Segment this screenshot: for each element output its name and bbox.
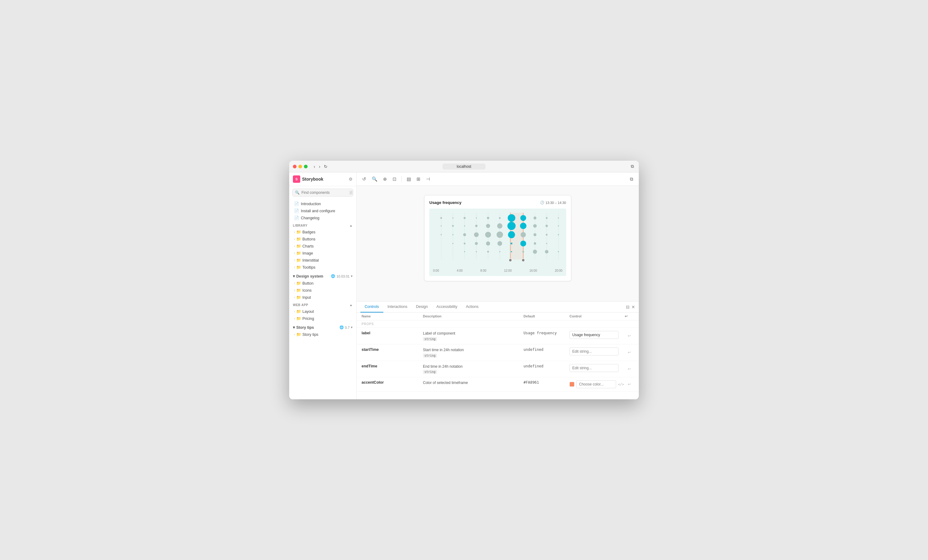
control-row-accentcolor: accentColor Color of selected timeframe … bbox=[357, 377, 639, 392]
controls-table: Name Description Default Control ↩ PROPS… bbox=[357, 313, 639, 399]
svg-point-36 bbox=[441, 234, 442, 235]
folder-icon: 📁 bbox=[296, 309, 301, 314]
folder-icon: 📁 bbox=[296, 251, 301, 255]
controls-tabs: Controls Interactions Design Accessibili… bbox=[357, 302, 639, 313]
zoom-out-button[interactable]: 🔍 bbox=[370, 175, 379, 183]
close-button[interactable] bbox=[293, 165, 296, 168]
control-name-starttime: startTime bbox=[362, 348, 423, 352]
x-label-4: 4:00 bbox=[456, 269, 462, 272]
search-input[interactable] bbox=[301, 191, 348, 195]
sidebar-item-story-tips[interactable]: › 📁 Story tips bbox=[289, 331, 356, 338]
doc-icon: 📄 bbox=[294, 215, 299, 220]
reset-endtime-button[interactable]: ↩ bbox=[625, 367, 634, 371]
svg-point-30 bbox=[497, 223, 502, 229]
zoom-in-button[interactable]: ⊕ bbox=[381, 175, 389, 183]
svg-point-15 bbox=[452, 217, 453, 219]
forward-button[interactable]: › bbox=[318, 163, 322, 169]
sidebar-item-layout[interactable]: › 📁 Layout bbox=[289, 308, 356, 315]
svg-point-39 bbox=[474, 232, 479, 237]
fit-button[interactable]: ⊡ bbox=[391, 175, 398, 183]
sidebar-item-icons[interactable]: › 📁 Icons bbox=[289, 287, 356, 294]
design-system-label: ▾ Design system bbox=[293, 274, 323, 278]
time-range-value: 13:30 – 14:30 bbox=[546, 201, 566, 204]
library-section-label: LIBRARY bbox=[293, 224, 308, 227]
tab-accessibility[interactable]: Accessibility bbox=[432, 302, 461, 313]
tab-panel-actions: ⊟ ✕ bbox=[626, 305, 635, 310]
accentcolor-input[interactable] bbox=[576, 380, 616, 388]
folder-icon: 📁 bbox=[296, 288, 301, 293]
library-section[interactable]: LIBRARY ▲ bbox=[289, 221, 356, 229]
search-box[interactable]: 🔍 / bbox=[292, 189, 353, 197]
control-name-accentcolor: accentColor bbox=[362, 380, 423, 385]
main-layout: S Storybook ⚙ 🔍 / 📄 Introduction 📄 bbox=[289, 172, 639, 399]
reset-button[interactable]: ↺ bbox=[360, 175, 368, 183]
sidebar-item-pricing[interactable]: › 📁 Pricing bbox=[289, 315, 356, 322]
control-input-endtime bbox=[569, 364, 625, 372]
tab-actions[interactable]: Actions bbox=[461, 302, 483, 313]
sidebar-header: S Storybook ⚙ bbox=[289, 172, 356, 186]
chevron-right-icon: › bbox=[294, 333, 295, 336]
panel-button[interactable]: ⊣ bbox=[424, 175, 432, 183]
reset-starttime-button[interactable]: ↩ bbox=[625, 350, 634, 354]
minimize-button[interactable] bbox=[298, 165, 302, 168]
fullscreen-button[interactable] bbox=[304, 165, 308, 168]
svg-point-24 bbox=[558, 217, 559, 219]
sidebar-item-changelog[interactable]: 📄 Changelog bbox=[289, 214, 356, 221]
external-link-button[interactable]: ⧉ bbox=[630, 163, 635, 169]
sidebar-item-badges[interactable]: › 📁 Badges bbox=[289, 229, 356, 235]
controls-panel: Controls Interactions Design Accessibili… bbox=[357, 301, 639, 399]
control-name-endtime: endTime bbox=[362, 364, 423, 368]
design-system-section[interactable]: ▾ Design system 🌐 10.03.01 ▾ bbox=[289, 271, 356, 280]
starttime-input[interactable] bbox=[569, 348, 618, 356]
reset-label-button[interactable]: ↩ bbox=[625, 334, 634, 338]
color-swatch[interactable] bbox=[569, 382, 574, 387]
endtime-input[interactable] bbox=[569, 364, 618, 372]
open-new-window-button[interactable]: ⧉ bbox=[628, 175, 635, 183]
folder-icon: 📁 bbox=[296, 265, 301, 270]
grid-button[interactable]: ⊞ bbox=[415, 175, 422, 183]
svg-point-60 bbox=[511, 251, 512, 252]
svg-point-43 bbox=[521, 232, 526, 237]
svg-point-42 bbox=[508, 231, 515, 238]
sidebar-item-image[interactable]: › 📁 Image bbox=[289, 250, 356, 257]
logo-area: S Storybook bbox=[293, 175, 323, 183]
x-label-12: 12:00 bbox=[504, 269, 511, 272]
sidebar-item-label: Layout bbox=[302, 310, 314, 314]
settings-button[interactable]: ⚙ bbox=[349, 177, 353, 182]
svg-point-40 bbox=[485, 232, 491, 238]
svg-point-53 bbox=[520, 240, 526, 246]
layout-button[interactable]: ▤ bbox=[405, 175, 413, 183]
url-bar[interactable]: localhost bbox=[443, 163, 485, 169]
sidebar-item-buttons[interactable]: › 📁 Buttons bbox=[289, 235, 356, 243]
globe-icon: 🌐 bbox=[331, 274, 335, 278]
col-name: Name bbox=[362, 314, 423, 318]
tab-interactions[interactable]: Interactions bbox=[383, 302, 412, 313]
svg-point-31 bbox=[508, 222, 516, 230]
svg-point-35 bbox=[558, 226, 559, 227]
story-tips-section[interactable]: ▾ Story tips 🌐 0.7 ▾ bbox=[289, 322, 356, 331]
sidebar-item-introduction[interactable]: 📄 Introduction bbox=[289, 200, 356, 207]
tab-controls[interactable]: Controls bbox=[360, 302, 383, 313]
sidebar-item-interstitial[interactable]: › 📁 Interstitial bbox=[289, 257, 356, 264]
sidebar-item-tooltips[interactable]: › 📁 Tooltips bbox=[289, 264, 356, 271]
close-panel-button[interactable]: ✕ bbox=[632, 305, 635, 310]
control-name-label: label bbox=[362, 331, 423, 335]
refresh-button[interactable]: ↻ bbox=[323, 163, 329, 169]
tab-design[interactable]: Design bbox=[412, 302, 432, 313]
chevron-right-icon: › bbox=[294, 317, 295, 320]
split-panel-button[interactable]: ⊟ bbox=[626, 305, 630, 310]
sidebar-item-install[interactable]: 📄 Install and configure bbox=[289, 207, 356, 214]
app-name: Storybook bbox=[302, 177, 323, 182]
label-input[interactable] bbox=[569, 331, 618, 339]
sidebar-item-input[interactable]: › 📁 Input bbox=[289, 294, 356, 301]
svg-point-29 bbox=[486, 224, 490, 228]
right-panel: ↺ 🔍 ⊕ ⊡ ▤ ⊞ ⊣ ⧉ Usage frequency � bbox=[357, 172, 639, 399]
svg-point-65 bbox=[509, 259, 512, 262]
reset-accentcolor-button[interactable]: ↩ bbox=[625, 382, 634, 386]
back-button[interactable]: ‹ bbox=[313, 163, 316, 169]
web-app-section[interactable]: WEB APP ▲ bbox=[289, 301, 356, 308]
sidebar-item-button[interactable]: › 📁 Button bbox=[289, 280, 356, 287]
traffic-lights bbox=[293, 165, 308, 168]
sidebar-item-charts[interactable]: › 📁 Charts bbox=[289, 243, 356, 250]
chevron-down-icon: ▾ bbox=[293, 274, 295, 278]
